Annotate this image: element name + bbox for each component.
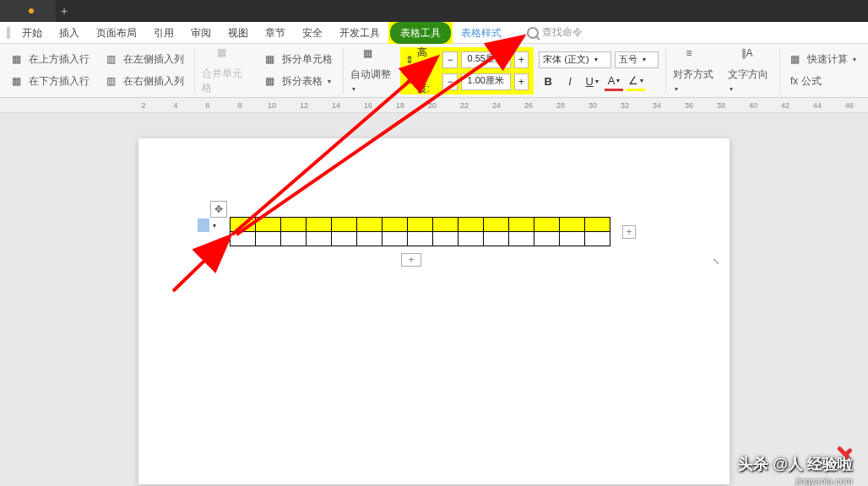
merge-icon: ▦ bbox=[217, 46, 236, 65]
split-table-icon: ▦ bbox=[265, 75, 279, 89]
watermark-url: jingyanla.com bbox=[796, 476, 853, 486]
chevron-down-icon: ▾ bbox=[675, 85, 678, 93]
width-plus-button[interactable]: + bbox=[514, 73, 529, 90]
menu-page-layout[interactable]: 页面布局 bbox=[88, 22, 145, 44]
menu-reference[interactable]: 引用 bbox=[145, 22, 182, 44]
chevron-down-icon: ▾ bbox=[594, 56, 598, 63]
menu-dev-tools[interactable]: 开发工具 bbox=[331, 22, 388, 44]
table-row[interactable] bbox=[231, 232, 610, 246]
menu-chapter[interactable]: 章节 bbox=[257, 22, 294, 44]
chevron-down-icon: ▾ bbox=[352, 85, 355, 93]
width-icon: ⇔ bbox=[405, 76, 414, 88]
merge-cells-button[interactable]: ▦ 合并单元格 bbox=[197, 46, 257, 96]
menu-table-style[interactable]: 表格样式 bbox=[453, 22, 510, 44]
window-tabbar: + bbox=[0, 0, 868, 22]
insert-col-right-button[interactable]: ▥在右侧插入列 bbox=[103, 73, 187, 91]
add-row-button[interactable]: + bbox=[401, 253, 421, 267]
height-plus-button[interactable]: + bbox=[514, 51, 529, 68]
chevron-down-icon: ▾ bbox=[730, 85, 733, 93]
height-icon: ⇕ bbox=[405, 54, 414, 66]
checkmark-icon bbox=[836, 444, 854, 462]
insert-row-below-button[interactable]: ▦在下方插入行 bbox=[8, 73, 93, 91]
search-icon bbox=[527, 27, 539, 39]
height-minus-button[interactable]: − bbox=[442, 51, 458, 68]
autofit-icon: ▦ bbox=[363, 47, 382, 66]
height-input[interactable]: 0.55厘米 bbox=[461, 51, 511, 68]
table-resize-handle[interactable]: ⤡ bbox=[713, 256, 724, 268]
chevron-down-icon: ▾ bbox=[853, 56, 856, 63]
document-tab[interactable] bbox=[0, 0, 56, 22]
menu-view[interactable]: 视图 bbox=[220, 22, 257, 44]
dimensions-group: ⇕ 高度: − 0.55厘米 + ⇔ 宽度: − 1.00厘米 + bbox=[400, 47, 534, 94]
underline-button[interactable]: U▾ bbox=[583, 73, 601, 91]
insert-row-above-button[interactable]: ▦在上方插入行 bbox=[8, 51, 93, 69]
menu-bar: 开始 插入 页面布局 引用 审阅 视图 章节 安全 开发工具 表格工具 表格样式… bbox=[0, 22, 868, 44]
document-table[interactable] bbox=[230, 217, 610, 246]
clipboard-icon bbox=[198, 219, 209, 232]
table-row[interactable] bbox=[231, 218, 610, 232]
unsaved-dot-icon bbox=[29, 8, 34, 14]
col-left-icon: ▥ bbox=[106, 53, 120, 67]
add-tab-button[interactable]: + bbox=[56, 4, 73, 18]
font-color-button[interactable]: A▾ bbox=[605, 73, 623, 91]
insert-col-left-button[interactable]: ▥在左侧插入列 bbox=[103, 51, 187, 69]
ribbon: ▦在上方插入行 ▦在下方插入行 ▥在左侧插入列 ▥在右侧插入列 ▦ 合并单元格 … bbox=[0, 44, 868, 98]
text-direction-button[interactable]: ∥A 文字方向▾ bbox=[723, 46, 778, 96]
divider bbox=[665, 48, 666, 94]
document-canvas: ▾ ✥ + + ⤡ bbox=[0, 113, 868, 486]
quick-calc-button[interactable]: ▦快速计算▾ bbox=[787, 51, 860, 69]
chevron-down-icon: ▾ bbox=[640, 77, 643, 84]
auto-fit-button[interactable]: ▦ 自动调整▾ bbox=[345, 46, 400, 96]
align-button[interactable]: ≡ 对齐方式▾ bbox=[668, 46, 723, 96]
formula-button[interactable]: fx 公式 bbox=[787, 73, 860, 91]
italic-button[interactable]: I bbox=[561, 73, 579, 91]
calc-icon: ▦ bbox=[790, 53, 804, 67]
chevron-down-icon: ▾ bbox=[595, 78, 599, 85]
row-above-icon: ▦ bbox=[12, 53, 25, 67]
divider bbox=[343, 48, 344, 94]
highlighted-tab-wrap: 表格工具 bbox=[388, 22, 453, 44]
menu-start[interactable]: 开始 bbox=[14, 22, 51, 44]
add-column-button[interactable]: + bbox=[622, 225, 636, 239]
font-size-select[interactable]: 五号▾ bbox=[615, 51, 659, 68]
chevron-down-icon: ▾ bbox=[328, 78, 331, 85]
horizontal-ruler[interactable]: 2468101214161820222426283032343638404244… bbox=[0, 98, 868, 113]
split-cell-icon: ▦ bbox=[265, 53, 279, 67]
highlight-button[interactable]: ∠▾ bbox=[627, 73, 645, 91]
bold-button[interactable]: B bbox=[539, 73, 557, 91]
font-family-select[interactable]: 宋体 (正文)▾ bbox=[539, 51, 611, 68]
menu-handle-icon bbox=[7, 27, 10, 39]
chevron-down-icon: ▾ bbox=[213, 222, 216, 230]
split-cells-button[interactable]: ▦拆分单元格 bbox=[262, 51, 336, 69]
menu-table-tools[interactable]: 表格工具 bbox=[390, 22, 451, 44]
menu-security[interactable]: 安全 bbox=[294, 22, 331, 44]
divider bbox=[779, 48, 780, 94]
text-dir-icon: ∥A bbox=[741, 47, 760, 66]
divider bbox=[194, 48, 195, 94]
width-minus-button[interactable]: − bbox=[442, 73, 458, 90]
width-label: 宽度: bbox=[417, 68, 440, 96]
width-input[interactable]: 1.00厘米 bbox=[461, 73, 511, 90]
menu-review[interactable]: 审阅 bbox=[182, 22, 220, 44]
chevron-down-icon: ▾ bbox=[643, 56, 646, 63]
menu-insert[interactable]: 插入 bbox=[51, 22, 88, 44]
command-search[interactable]: 查找命令 bbox=[527, 25, 583, 40]
paste-options-button[interactable]: ▾ bbox=[198, 219, 216, 232]
split-table-button[interactable]: ▦拆分表格▾ bbox=[262, 73, 336, 91]
search-placeholder: 查找命令 bbox=[542, 25, 583, 40]
col-right-icon: ▥ bbox=[106, 75, 120, 89]
chevron-down-icon: ▾ bbox=[616, 77, 620, 84]
document-page[interactable]: ▾ ✥ + + ⤡ bbox=[138, 138, 730, 484]
row-below-icon: ▦ bbox=[12, 75, 25, 89]
table-move-handle[interactable]: ✥ bbox=[210, 201, 227, 218]
align-icon: ≡ bbox=[686, 47, 705, 66]
